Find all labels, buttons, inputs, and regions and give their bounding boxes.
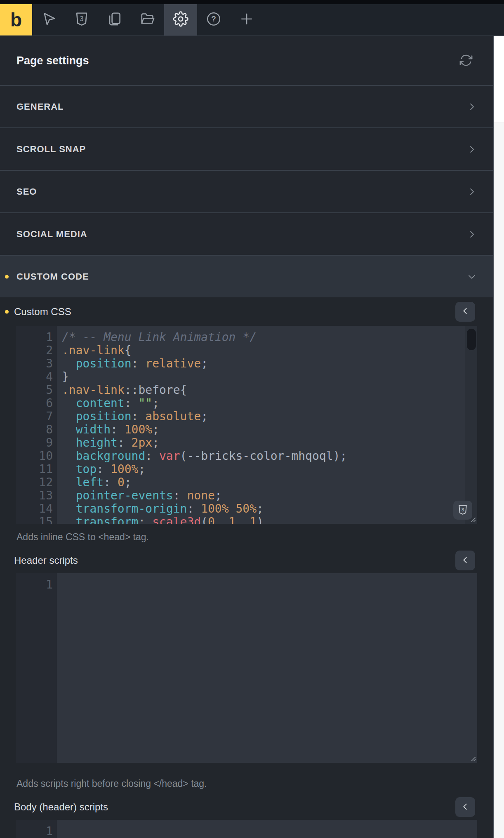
body-scripts-editor[interactable]: 1 xyxy=(16,820,477,838)
custom-code-controls: Custom CSS 123456789101112131415 /* -- M… xyxy=(0,297,493,838)
header-scripts-description: Adds scripts right before closing </head… xyxy=(16,778,493,789)
chevron-down-icon xyxy=(467,272,477,282)
section-label: SCROLL SNAP xyxy=(16,144,86,155)
chevron-left-icon xyxy=(461,556,470,566)
body-scripts-field-header: Body (header) scripts xyxy=(0,794,493,820)
body-scripts-label: Body (header) scripts xyxy=(14,801,108,813)
toolbar-tab-add[interactable] xyxy=(230,4,263,35)
code-area[interactable] xyxy=(57,573,477,763)
custom-css-label: Custom CSS xyxy=(14,306,71,318)
toolbar-tab-css[interactable]: 3 xyxy=(65,4,98,35)
expand-editor-button[interactable] xyxy=(455,302,475,322)
help-icon: ? xyxy=(206,11,221,28)
section-row-seo[interactable]: SEO xyxy=(0,170,493,212)
builder-toolbar: b 3? xyxy=(0,4,504,36)
editor-scrollbar[interactable] xyxy=(465,326,477,524)
line-number-gutter: 1 xyxy=(16,820,57,838)
page-preview-strip xyxy=(493,36,504,838)
chevron-right-icon xyxy=(467,102,477,112)
header-scripts-editor[interactable]: 1 xyxy=(16,573,477,763)
toolbar-tab-help[interactable]: ? xyxy=(197,4,230,35)
modified-indicator-dot xyxy=(5,275,9,278)
resize-handle-icon[interactable] xyxy=(467,514,476,523)
folder-icon xyxy=(140,11,155,28)
page-title: Page settings xyxy=(16,54,89,67)
panel-header: Page settings xyxy=(0,36,493,85)
resize-handle-icon[interactable] xyxy=(467,753,476,762)
modified-indicator-dot xyxy=(5,310,9,313)
page-preview-content xyxy=(494,122,504,838)
css3-shield-icon: 3 xyxy=(74,11,89,28)
svg-text:?: ? xyxy=(211,14,216,23)
toolbar-tab-select[interactable] xyxy=(32,4,65,35)
section-label: SEO xyxy=(16,186,37,197)
window-top-strip xyxy=(0,0,504,4)
expand-editor-button[interactable] xyxy=(455,551,475,570)
chevron-left-icon xyxy=(461,306,470,317)
line-number-gutter: 123456789101112131415 xyxy=(16,326,57,524)
chevron-right-icon xyxy=(467,144,477,154)
cursor-icon xyxy=(41,11,57,28)
custom-css-editor[interactable]: 123456789101112131415 /* -- Menu Link An… xyxy=(16,326,477,524)
reset-settings-button[interactable] xyxy=(457,52,475,70)
editor-scrollbar-thumb[interactable] xyxy=(467,329,476,350)
bricks-logo[interactable]: b xyxy=(0,4,32,35)
section-row-general[interactable]: GENERAL xyxy=(0,85,493,127)
svg-text:3: 3 xyxy=(80,15,84,22)
line-number-gutter: 1 xyxy=(16,573,57,763)
header-scripts-label: Header scripts xyxy=(14,555,78,566)
section-row-scroll-snap[interactable]: SCROLL SNAP xyxy=(0,127,493,170)
section-row-social-media[interactable]: SOCIAL MEDIA xyxy=(0,212,493,255)
pages-icon xyxy=(107,11,122,28)
toolbar-tab-templates[interactable] xyxy=(131,4,164,35)
gear-icon xyxy=(173,11,188,28)
chevron-right-icon xyxy=(467,229,477,239)
chevron-right-icon xyxy=(467,187,477,197)
header-scripts-field-header: Header scripts xyxy=(0,548,493,573)
page-settings-panel: Page settings GENERALSCROLL SNAPSEOSOCIA… xyxy=(0,36,493,838)
chevron-left-icon xyxy=(461,802,470,812)
section-label: GENERAL xyxy=(16,101,64,112)
custom-css-field-header: Custom CSS xyxy=(0,297,493,326)
plus-icon xyxy=(239,11,254,28)
settings-accordion: GENERALSCROLL SNAPSEOSOCIAL MEDIACUSTOM … xyxy=(0,85,493,297)
section-label: CUSTOM CODE xyxy=(16,271,89,282)
expand-editor-button[interactable] xyxy=(455,797,475,817)
toolbar-tabs: 3? xyxy=(32,4,263,35)
custom-css-description: Adds inline CSS to <head> tag. xyxy=(16,531,493,543)
section-label: SOCIAL MEDIA xyxy=(16,229,87,240)
svg-text:3: 3 xyxy=(462,506,464,512)
toolbar-tab-settings[interactable] xyxy=(164,4,197,35)
refresh-icon xyxy=(459,53,473,68)
toolbar-tab-pages[interactable] xyxy=(98,4,131,35)
section-row-custom-code[interactable]: CUSTOM CODE xyxy=(0,255,493,297)
code-area[interactable] xyxy=(57,820,477,838)
css3-shield-icon: 3 xyxy=(457,504,469,517)
code-area[interactable]: /* -- Menu Link Animation */.nav-link{ p… xyxy=(57,326,477,524)
